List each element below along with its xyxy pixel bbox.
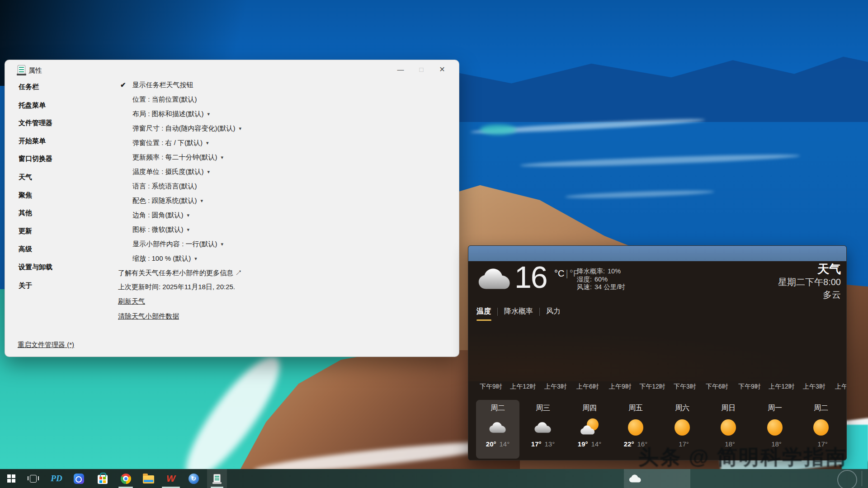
hour-tick: 下午3时 (667, 383, 703, 391)
hour-tick: 上午3时 (538, 383, 574, 391)
option-layout[interactable]: 布局 : 图标和描述(默认)▾ (132, 110, 210, 118)
dropdown-arrow-icon: ▾ (221, 155, 224, 160)
chrome-button[interactable] (116, 469, 136, 488)
hour-tick: 上午6时 (828, 383, 847, 391)
weather-condition: 多云 (778, 288, 841, 301)
downloader-button[interactable]: ↻ (184, 469, 203, 488)
hour-tick: 下午12时 (634, 383, 670, 391)
learn-more-link[interactable]: 了解有关天气任务栏小部件的更多信息 ↗ (118, 269, 242, 277)
hour-tick: 上午12时 (505, 383, 541, 391)
current-temperature: 16 (514, 259, 547, 295)
hour-tick: 下午9时 (473, 383, 509, 391)
option-location[interactable]: 位置 : 当前位置(默认) (132, 95, 201, 104)
mail-app-button[interactable] (69, 469, 89, 488)
hour-tick: 上午6时 (570, 383, 606, 391)
sunny-icon (614, 416, 657, 439)
tab-divider (497, 308, 498, 316)
sidebar-item-file-explorer[interactable]: 文件管理器 (19, 119, 52, 127)
properties-window: 属性 — □ ✕ 任务栏 托盘菜单 文件管理器 开始菜单 窗口切换器 天气 聚焦… (5, 60, 459, 357)
clear-weather-data-link[interactable]: 清除天气小部件数据 (118, 312, 179, 321)
sunny-icon (660, 416, 704, 439)
sidebar-item-setup-uninstall[interactable]: 设置与卸载 (19, 263, 52, 272)
sidebar-item-updates[interactable]: 更新 (19, 227, 32, 235)
window-controls: — □ ✕ (390, 62, 453, 76)
properties-window-icon (18, 65, 25, 75)
start-button[interactable] (1, 469, 21, 488)
toggle-label: 显示任务栏天气按钮 (132, 81, 193, 89)
taskbar: PD W ↻ (0, 469, 868, 488)
hour-tick: 上午3时 (796, 383, 832, 391)
sunny-icon (753, 416, 797, 439)
unit-toggle: °C|°F (554, 268, 579, 279)
hour-tick: 下午9时 (731, 383, 768, 391)
tab-precipitation[interactable]: 降水概率 (504, 307, 533, 316)
sidebar-item-taskbar[interactable]: 任务栏 (19, 83, 39, 91)
dropdown-arrow-icon: ▾ (206, 140, 209, 146)
downloader-icon: ↻ (189, 474, 199, 484)
day-card-tue[interactable]: 周二 20°14° (476, 400, 519, 459)
mail-app-icon (74, 474, 84, 484)
option-corners[interactable]: 边角 : 圆角(默认)▾ (132, 211, 189, 220)
option-popup-size[interactable]: 弹窗尺寸 : 自动(随内容变化)(默认)▾ (132, 124, 241, 133)
show-desktop-divider[interactable] (862, 471, 862, 486)
tab-temperature[interactable]: 温度 (476, 307, 491, 316)
day-card-thu[interactable]: 周四 19°14° (568, 400, 611, 459)
wps-office-button[interactable]: W (161, 469, 181, 488)
option-color-scheme[interactable]: 配色 : 跟随系统(默认)▾ (132, 197, 203, 205)
watermark-circle (837, 470, 857, 488)
cloudy-icon (476, 416, 519, 439)
sidebar-item-other[interactable]: 其他 (19, 209, 32, 217)
sunny-icon (799, 416, 843, 439)
sidebar-item-weather[interactable]: 天气 (19, 173, 32, 182)
sidebar-item-about[interactable]: 关于 (19, 282, 32, 290)
sidebar-item-spotlight[interactable]: 聚焦 (19, 191, 32, 200)
windows-logo-icon (7, 474, 15, 483)
option-language[interactable]: 语言 : 系统语言(默认) (132, 182, 201, 191)
pd-app-button[interactable]: PD (47, 469, 66, 488)
option-temperature-unit[interactable]: 温度单位 : 摄氏度(默认)▾ (132, 168, 210, 176)
option-widget-content[interactable]: 显示小部件内容 : 一行(默认)▾ (132, 240, 223, 249)
restart-explorer-link[interactable]: 重启文件管理器 (*) (18, 341, 74, 349)
window-title: 属性 (28, 66, 42, 75)
option-popup-position[interactable]: 弹窗位置 : 右 / 下(默认)▾ (132, 139, 209, 147)
properties-app-button[interactable] (207, 469, 227, 488)
day-card-wed[interactable]: 周三 17°13° (521, 400, 565, 459)
cloudy-icon (521, 416, 565, 439)
current-cloudy-icon (476, 267, 513, 293)
weather-summary: 天气 星期二下午8:00 多云 (778, 262, 841, 301)
hour-tick: 上午9时 (602, 383, 638, 391)
active-tab-underline (476, 319, 491, 321)
sidebar-item-advanced[interactable]: 高级 (19, 245, 32, 253)
file-explorer-button[interactable] (138, 469, 158, 488)
forecast-tabs: 温度 降水概率 风力 (476, 307, 561, 316)
hourly-chart-area[interactable] (468, 325, 846, 381)
refresh-weather-link[interactable]: 刷新天气 (118, 297, 145, 306)
weather-datetime: 星期二下午8:00 (778, 276, 841, 288)
option-scale[interactable]: 缩放 : 100 % (默认)▾ (132, 254, 197, 263)
dropdown-arrow-icon: ▾ (187, 212, 190, 218)
weather-popup: 16 °C|°F 降水概率:10% 湿度:60% 风速:34 公里/时 天气 星… (468, 245, 847, 460)
show-weather-button-toggle[interactable]: ✔显示任务栏天气按钮 (120, 81, 193, 89)
sidebar-item-window-switcher[interactable]: 窗口切换器 (19, 155, 52, 163)
task-view-icon (30, 475, 37, 483)
sidebar-item-tray-menu[interactable]: 托盘菜单 (19, 101, 46, 110)
unit-divider: | (566, 268, 568, 278)
taskbar-weather-button[interactable] (624, 469, 690, 488)
celsius-toggle[interactable]: °C (554, 268, 564, 278)
tab-divider (539, 308, 540, 316)
sidebar-item-start-menu[interactable]: 开始菜单 (19, 137, 46, 145)
current-details: 降水概率:10% 湿度:60% 风速:34 公里/时 (577, 267, 625, 291)
tab-wind[interactable]: 风力 (546, 307, 561, 316)
watermark-text: 头条 @ 简明科学指南 (638, 444, 847, 471)
close-button[interactable]: ✕ (432, 62, 453, 76)
option-update-frequency[interactable]: 更新频率 : 每二十分钟(默认)▾ (132, 153, 223, 162)
minimize-button[interactable]: — (390, 62, 411, 76)
weather-popup-titlebar[interactable] (468, 246, 846, 261)
option-icons[interactable]: 图标 : 微软(默认)▾ (132, 225, 189, 234)
hour-tick: 上午12时 (764, 383, 800, 391)
check-icon: ✔ (120, 81, 126, 89)
maximize-button[interactable]: □ (411, 62, 432, 76)
file-explorer-icon (143, 475, 154, 483)
microsoft-store-button[interactable] (93, 469, 113, 488)
task-view-button[interactable] (23, 469, 43, 488)
